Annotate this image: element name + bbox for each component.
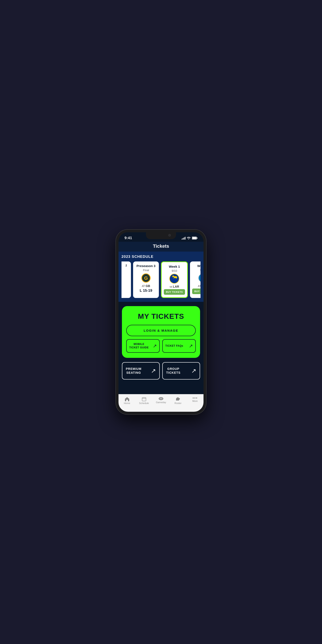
tab-bar: Home Schedule Gamed [118, 394, 204, 412]
tab-schedule[interactable]: Schedule [136, 396, 152, 404]
svg-point-21 [193, 398, 194, 399]
phone-frame: 9:41 Tickets [116, 230, 206, 414]
app-header: Tickets [118, 242, 204, 252]
my-tickets-section: MY TICKETS LOGIN & MANAGE MOBILETICKET G… [118, 302, 204, 362]
battery-icon [192, 236, 198, 240]
buy-tickets-week2-button[interactable]: BUY TICKETS [192, 288, 200, 294]
game-card-prev: 2 [122, 262, 131, 298]
game-card-week1: Week 1 9/10 vs LAR BUY TI [161, 262, 188, 298]
signal-icon [182, 236, 186, 240]
svg-point-23 [196, 398, 197, 399]
lions-logo [198, 273, 200, 283]
tab-gameday[interactable]: Gameday [152, 396, 169, 404]
game-week: Week 1 [169, 265, 180, 268]
page-title: Tickets [123, 244, 199, 249]
tab-roster[interactable]: Roster [170, 396, 186, 404]
schedule-scroll[interactable]: 2 Preseason 3 Final G AT G [122, 262, 200, 298]
schedule-label: 2023 SCHEDULE [122, 254, 200, 259]
group-tickets-button[interactable]: GROUPTICKETS ↗ [162, 362, 200, 379]
game-opponent: vs LAR [170, 285, 179, 288]
ticket-links-row: MOBILETICKET GUIDE ↗ TICKET FAQs ↗ [126, 339, 196, 353]
rams-logo [169, 273, 180, 284]
football-icon [158, 397, 164, 400]
camera [168, 234, 171, 236]
notch [146, 232, 176, 239]
svg-point-6 [173, 277, 174, 278]
game-result: L 15-19 [140, 288, 152, 293]
premium-seating-arrow-icon: ↗ [151, 367, 156, 374]
tab-roster-label: Roster [174, 402, 182, 404]
svg-rect-1 [197, 238, 198, 239]
game-date: 9/17 [200, 268, 200, 272]
svg-point-22 [194, 398, 196, 399]
tab-more[interactable]: More [186, 396, 204, 402]
login-manage-button[interactable]: LOGIN & MANAGE [126, 325, 196, 336]
ticket-faqs-arrow-icon: ↗ [189, 343, 193, 349]
scroll-content[interactable]: 2023 SCHEDULE 2 Preseason 3 Final [118, 252, 204, 394]
premium-seating-button[interactable]: PREMIUMSEATING ↗ [122, 362, 160, 379]
game-opponent: AT DET [198, 284, 200, 288]
game-week: Preseason 3 [136, 264, 156, 268]
ticket-faqs-button[interactable]: TICKET FAQs ↗ [162, 339, 196, 353]
schedule-section: 2023 SCHEDULE 2 Preseason 3 Final [118, 252, 204, 302]
tab-gameday-label: Gameday [156, 401, 166, 404]
phone-screen: 9:41 Tickets [118, 232, 204, 412]
calendar-icon [142, 397, 146, 401]
wifi-icon [187, 236, 190, 240]
svg-text:G: G [144, 276, 148, 281]
game-card-preseason3: Preseason 3 Final G AT GB L 15-19 [133, 262, 159, 298]
tab-schedule-label: Schedule [139, 402, 149, 404]
game-date: 9/10 [172, 269, 177, 272]
game-opponent: AT GB [142, 284, 150, 288]
status-icons [182, 236, 198, 240]
more-dots-icon [192, 397, 197, 399]
helmet-icon [176, 397, 180, 401]
mobile-guide-arrow-icon: ↗ [153, 343, 157, 349]
tab-more-label: More [192, 400, 198, 402]
premium-seating-label: PREMIUMSEATING [126, 367, 142, 374]
group-tickets-label: GROUPTICKETS [166, 367, 180, 374]
tab-home[interactable]: Home [118, 396, 136, 404]
game-status: Final [143, 268, 149, 272]
game-card-week2: Week 2 9/17 [190, 262, 200, 298]
svg-point-7 [198, 274, 200, 282]
buy-tickets-week1-button[interactable]: BUY TICKETS [164, 289, 185, 295]
mobile-guide-label: MOBILETICKET GUIDE [129, 342, 149, 349]
packers-logo: G [140, 273, 151, 283]
tab-home-label: Home [124, 402, 130, 404]
ticket-faqs-label: TICKET FAQs [165, 344, 183, 348]
game-week: Week 2 [197, 264, 200, 268]
bottom-buttons: PREMIUMSEATING ↗ GROUPTICKETS ↗ [118, 362, 204, 384]
my-tickets-card: MY TICKETS LOGIN & MANAGE MOBILETICKET G… [122, 306, 200, 358]
my-tickets-title: MY TICKETS [126, 312, 196, 320]
svg-rect-2 [192, 237, 196, 239]
group-tickets-arrow-icon: ↗ [191, 367, 196, 374]
svg-rect-10 [142, 398, 146, 401]
svg-point-5 [170, 274, 179, 283]
mobile-ticket-guide-button[interactable]: MOBILETICKET GUIDE ↗ [126, 339, 160, 353]
status-time: 9:41 [124, 236, 132, 240]
home-icon [125, 397, 130, 401]
